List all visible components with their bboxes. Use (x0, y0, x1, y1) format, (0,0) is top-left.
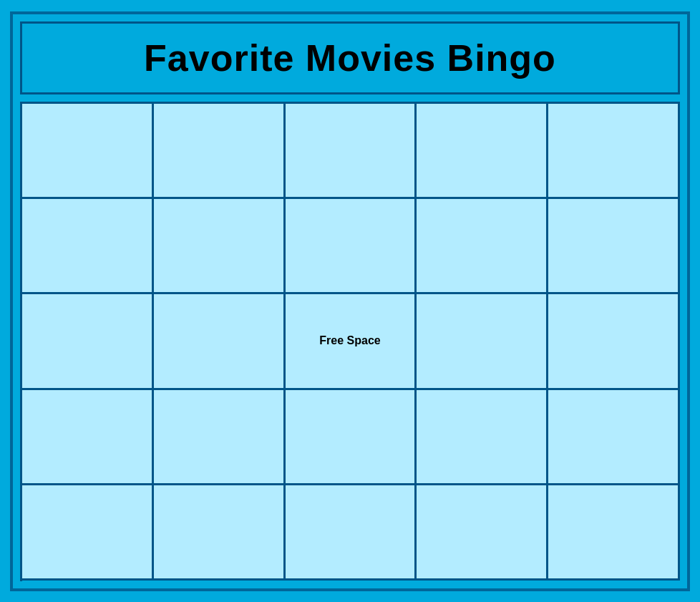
bingo-cell (548, 104, 680, 199)
bingo-cell (22, 485, 154, 581)
bingo-cell (22, 390, 154, 485)
bingo-cell (417, 390, 548, 485)
bingo-cell (22, 104, 154, 199)
bingo-cell (154, 390, 286, 485)
bingo-cell (417, 294, 548, 389)
bingo-grid: Free Space (20, 102, 680, 581)
free-space-cell: Free Space (286, 294, 417, 389)
bingo-cell (417, 485, 548, 581)
bingo-cell (286, 199, 417, 294)
bingo-cell (154, 485, 286, 581)
bingo-cell (286, 104, 417, 199)
bingo-cell (286, 485, 417, 581)
bingo-cell (548, 390, 680, 485)
bingo-cell (548, 199, 680, 294)
bingo-card: Favorite Movies Bingo Free Space (10, 11, 690, 591)
bingo-cell (22, 294, 154, 389)
bingo-cell (154, 199, 286, 294)
bingo-cell (286, 390, 417, 485)
bingo-cell (548, 485, 680, 581)
bingo-cell (154, 294, 286, 389)
bingo-title: Favorite Movies Bingo (144, 37, 556, 79)
bingo-header: Favorite Movies Bingo (20, 21, 680, 94)
bingo-cell (154, 104, 286, 199)
bingo-cell (22, 199, 154, 294)
bingo-cell (417, 104, 548, 199)
bingo-cell (417, 199, 548, 294)
bingo-cell (548, 294, 680, 389)
